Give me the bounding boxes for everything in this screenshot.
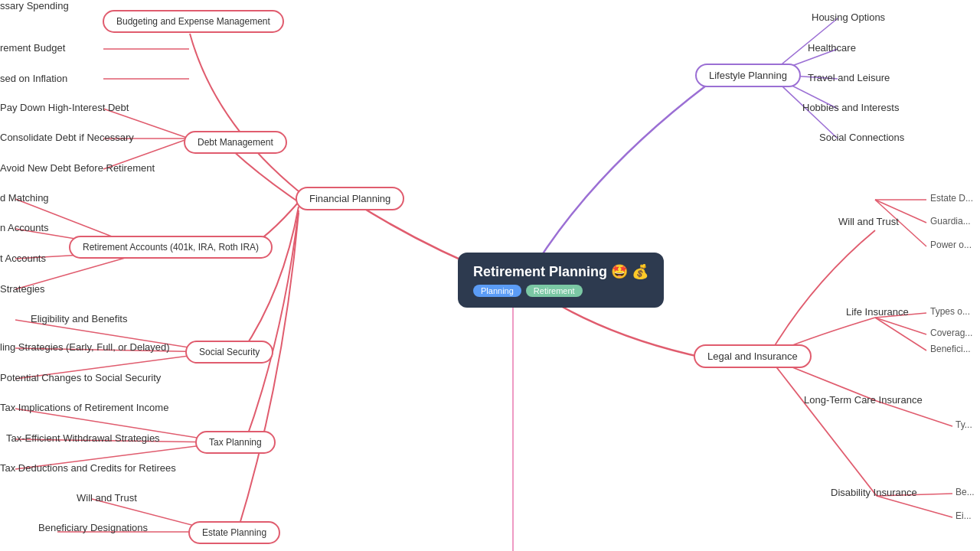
estate-planning-node[interactable]: Estate Planning: [188, 521, 280, 544]
tax-deductions-leaf: Tax Deductions and Credits for Retirees: [0, 462, 176, 474]
power-of-leaf: Power o...: [930, 240, 972, 250]
consolidate-debt-leaf: Consolidate Debt if Necessary: [0, 132, 134, 143]
housing-leaf: Housing Options: [812, 11, 885, 23]
accounts1-leaf: n Accounts: [0, 222, 49, 233]
hobbies-leaf: Hobbies and Interests: [802, 102, 899, 113]
lifestyle-planning-node[interactable]: Lifestyle Planning: [695, 64, 801, 87]
svg-line-31: [769, 358, 877, 496]
tax-implications-leaf: Tax Implications of Retirement Income: [0, 402, 168, 413]
be-leaf: Be...: [956, 487, 975, 497]
healthcare-leaf: Healthcare: [808, 42, 856, 54]
financial-planning-node[interactable]: Financial Planning: [296, 187, 404, 210]
benefici-leaf: Benefici...: [930, 344, 971, 354]
social-connections-leaf: Social Connections: [819, 132, 904, 143]
svg-line-27: [875, 318, 926, 334]
disability-insurance-leaf: Disability Insurance: [831, 487, 917, 498]
retirement-budget-leaf: rement Budget: [0, 42, 65, 54]
debt-management-node[interactable]: Debt Management: [184, 131, 287, 154]
accounts2-leaf: t Accounts: [0, 253, 46, 264]
travel-leaf: Travel and Leisure: [808, 72, 890, 83]
based-on-inflation-leaf: sed on Inflation: [0, 73, 67, 84]
estate-d-leaf: Estate D...: [930, 193, 973, 204]
matching-leaf: d Matching: [0, 192, 49, 204]
badge-retirement: Retirement: [526, 285, 583, 297]
withdrawal-strategies-leaf: Tax-Efficient Withdrawal Strategies: [6, 432, 160, 444]
pay-down-debt-leaf: Pay Down High-Interest Debt: [0, 102, 129, 113]
social-security-node[interactable]: Social Security: [185, 341, 273, 364]
types-of-leaf: Types o...: [930, 306, 970, 317]
central-node: Retirement Planning 🤩 💰 Planning Retirem…: [458, 253, 664, 308]
life-insurance-leaf: Life Insurance: [846, 306, 909, 318]
avoid-new-debt-leaf: Avoid New Debt Before Retirement: [0, 162, 155, 174]
filing-strategies-leaf: ling Strategies (Early, Full, or Delayed…: [0, 341, 170, 353]
potential-changes-leaf: Potential Changes to Social Security: [0, 372, 161, 383]
svg-line-28: [875, 318, 926, 350]
unnecessary-spending-leaf: ssary Spending: [0, 0, 69, 11]
central-title: Retirement Planning 🤩 💰: [473, 264, 648, 279]
badge-planning: Planning: [473, 285, 521, 297]
tax-planning-node[interactable]: Tax Planning: [195, 431, 276, 454]
ei-leaf: Ei...: [956, 510, 972, 521]
svg-line-33: [877, 496, 952, 517]
retirement-accounts-node[interactable]: Retirement Accounts (401k, IRA, Roth IRA…: [69, 236, 273, 259]
will-trust-right-leaf: Will and Trust: [838, 216, 899, 227]
long-term-care-leaf: Long-Term Care Insurance: [804, 394, 923, 406]
eligibility-leaf: Eligibility and Benefits: [31, 313, 127, 324]
beneficiary-leaf: Beneficiary Designations: [38, 522, 148, 533]
coverage-leaf: Coverag...: [930, 328, 972, 338]
legal-insurance-node[interactable]: Legal and Insurance: [694, 344, 812, 368]
central-badges: Planning Retirement: [473, 285, 648, 297]
guardian-leaf: Guardia...: [930, 216, 971, 227]
budgeting-node[interactable]: Budgeting and Expense Management: [103, 10, 284, 33]
types2-leaf: Ty...: [956, 419, 972, 430]
strategies-leaf: Strategies: [0, 283, 45, 295]
will-trust-left-leaf: Will and Trust: [77, 492, 137, 504]
